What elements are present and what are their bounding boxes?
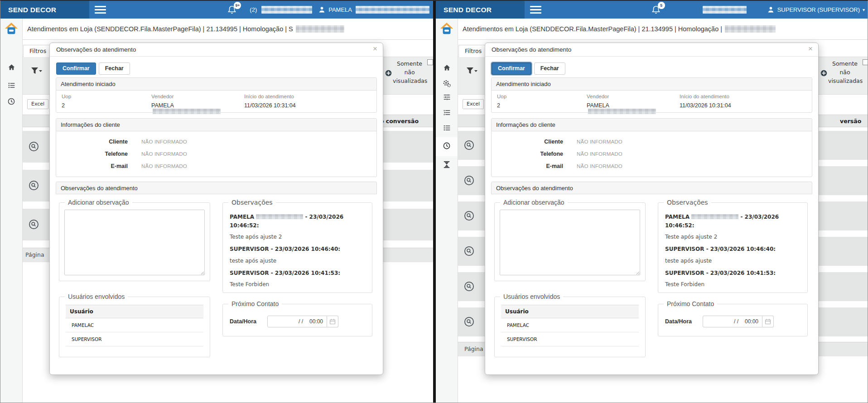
row-search-icon[interactable] <box>29 180 39 192</box>
observations-legend: Observações <box>664 199 711 206</box>
only-unviewed-checkbox[interactable] <box>863 59 868 65</box>
client-label: Cliente <box>492 139 563 145</box>
panel-title: Informações do cliente <box>56 119 376 131</box>
involved-users-legend: Usuários envolvidos <box>65 293 128 300</box>
notification-count-badge: 5 <box>658 2 665 9</box>
redacted-text <box>153 109 221 114</box>
redacted-text <box>588 109 656 114</box>
tab-filters[interactable]: Filtros <box>23 45 53 57</box>
datetime-input[interactable]: / / 00:00 <box>267 316 327 327</box>
observation-textarea[interactable] <box>64 210 205 275</box>
add-observation-fieldset: Adicionar observação <box>494 199 646 281</box>
close-icon[interactable]: × <box>808 44 813 53</box>
field-value: 2 <box>497 102 587 109</box>
confirm-button[interactable]: Confirmar <box>492 62 531 75</box>
filter-funnel-icon[interactable] <box>31 67 43 77</box>
client-label: E-mail <box>492 163 563 169</box>
app-logo-icon[interactable] <box>440 22 453 38</box>
close-button[interactable]: Fechar <box>99 62 130 75</box>
sidebar-item-settings[interactable] <box>436 79 458 88</box>
redacted-text <box>691 214 738 219</box>
sidebar-item-hourglass[interactable] <box>436 161 458 168</box>
home-icon <box>8 63 15 71</box>
close-button[interactable]: Fechar <box>534 62 565 75</box>
calendar-button[interactable] <box>762 316 774 327</box>
field-value: 2 <box>62 102 151 109</box>
sidebar-item-history[interactable] <box>0 97 22 106</box>
observation-heading: PAMELA - 23/03/2026 10:46:52: <box>665 213 800 230</box>
row-search-icon[interactable] <box>29 219 39 231</box>
notifications-bell-icon[interactable]: 9+ <box>227 5 237 15</box>
sidebar-item-home[interactable] <box>0 63 22 71</box>
hourglass-icon <box>443 161 450 168</box>
clock-icon <box>443 142 451 150</box>
field-value: PAMELA <box>151 102 244 115</box>
observation-text: teste após ajuste <box>665 258 800 264</box>
redacted-text <box>296 25 344 33</box>
logged-user-name[interactable]: PAMELA <box>328 6 352 13</box>
panel-client-info: Informações do cliente Cliente NÃO INFOR… <box>56 118 377 177</box>
top-navbar: SEND DECOR 5 SUPERVISOR (SUPERVISOR) ▾ <box>436 1 868 19</box>
row-search-icon[interactable] <box>464 175 474 187</box>
field-label: Uop <box>62 94 151 99</box>
sidebar-item-list[interactable] <box>0 82 22 89</box>
row-search-icon[interactable] <box>29 141 39 154</box>
circle-plus-icon[interactable] <box>820 70 827 78</box>
observation-textarea[interactable] <box>500 210 640 275</box>
row-search-icon[interactable] <box>464 140 474 152</box>
brand-logo-text[interactable]: SEND DECOR <box>436 1 525 19</box>
sidebar-item-home[interactable] <box>436 64 458 72</box>
next-contact-fieldset: Próximo Contato Data/Hora / / 00:00 <box>658 300 808 336</box>
only-unviewed-filter: Somente não visualizadas <box>820 59 868 85</box>
sidebar-item-history[interactable] <box>436 142 458 150</box>
add-observation-fieldset: Adicionar observação <box>59 199 210 281</box>
menu-toggle-icon[interactable] <box>95 6 106 14</box>
observation-text: Teste Forbiden <box>230 281 365 288</box>
involved-users-fieldset: Usuários envolvidos Usuário PAMELAC SUPE… <box>494 293 646 357</box>
logged-user-name[interactable]: SUPERVISOR (SUPERVISOR) <box>777 6 860 13</box>
observations-fieldset: Observações PAMELA - 23/03/2026 10:46:52… <box>222 199 372 293</box>
modal-header: Observações do atendimento × <box>50 43 383 57</box>
filter-funnel-icon[interactable] <box>466 67 478 77</box>
next-contact-legend: Próximo Contato <box>664 300 717 307</box>
user-icon <box>318 6 326 14</box>
only-unviewed-checkbox[interactable] <box>427 59 433 65</box>
table-row: PAMELAC <box>501 318 639 332</box>
app-window-left: SEND DECOR 9+ (2) PAMELA <box>0 1 433 403</box>
row-search-icon[interactable] <box>464 246 474 258</box>
calendar-button[interactable] <box>327 316 338 327</box>
client-label: Telefone <box>492 151 563 157</box>
sidebar-item-list[interactable] <box>436 124 458 132</box>
modal-title: Observações do atendimento <box>56 43 136 57</box>
modal-header: Observações do atendimento × <box>485 43 818 57</box>
brand-logo-text[interactable]: SEND DECOR <box>0 1 89 19</box>
datetime-label: Data/Hora <box>665 318 692 325</box>
excel-export-button[interactable]: Excel <box>463 99 484 109</box>
observation-text: Teste após ajuste 2 <box>665 234 800 240</box>
menu-toggle-icon[interactable] <box>530 6 541 14</box>
excel-export-button[interactable]: Excel <box>27 99 48 109</box>
redacted-text <box>261 6 312 14</box>
panel-client-info: Informações do cliente Cliente NÃO INFOR… <box>491 118 812 177</box>
panel-service-started: Atendimento iniciado Uop 2 Vendedor PAME… <box>491 77 812 113</box>
app-logo-icon[interactable] <box>5 22 18 38</box>
datetime-input[interactable]: / / 00:00 <box>703 316 762 327</box>
close-icon[interactable]: × <box>373 44 377 53</box>
tab-filters[interactable]: Filtros <box>458 45 488 57</box>
row-search-icon[interactable] <box>464 317 474 329</box>
observations-legend: Observações <box>228 199 276 206</box>
sidebar-item-sliders[interactable] <box>436 93 458 101</box>
sidebar-item-tasks[interactable] <box>436 109 458 116</box>
client-value: NÃO INFORMADO <box>577 139 622 144</box>
notifications-bell-icon[interactable]: 5 <box>651 5 661 15</box>
field-value: 11/03/2026 10:31:04 <box>680 102 806 109</box>
observation-text: Teste Forbiden <box>665 281 800 288</box>
confirm-button[interactable]: Confirmar <box>56 62 96 75</box>
row-search-icon[interactable] <box>464 211 474 223</box>
circle-plus-icon[interactable] <box>385 70 392 78</box>
field-label: Vendedor <box>151 94 244 99</box>
gears-icon <box>443 79 451 88</box>
users-table: Usuário PAMELAC SUPERVISOR <box>66 305 203 346</box>
row-search-icon[interactable] <box>464 281 474 293</box>
client-label: Cliente <box>56 139 128 145</box>
